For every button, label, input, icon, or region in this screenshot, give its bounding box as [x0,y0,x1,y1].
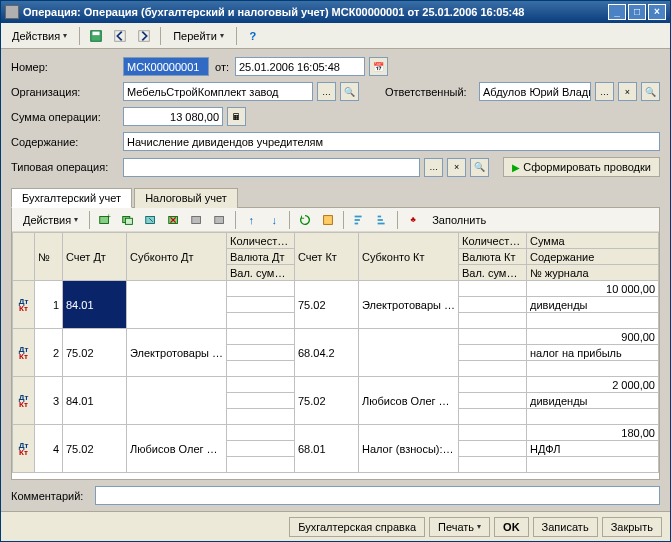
cell-valsum-dt[interactable] [227,457,295,473]
add-row-icon[interactable]: + [94,210,116,230]
cell-cur-dt[interactable] [227,297,295,313]
cell-n[interactable]: 3 [35,377,63,425]
col-journal[interactable]: № журнала [527,265,659,281]
col-cur-dt[interactable]: Валюта Дт [227,249,295,265]
sort-asc-icon[interactable] [348,210,370,230]
cell-valsum-kt[interactable] [459,313,527,329]
cell-journal[interactable] [527,361,659,377]
cell-sub-kt[interactable]: Налог (взносы): … [359,425,459,473]
sum-input[interactable]: 13 080,00 [123,107,223,126]
cell-qty-kt[interactable] [459,329,527,345]
actions-menu[interactable]: Действия [5,26,74,46]
tab-tax[interactable]: Налоговый учет [134,188,238,208]
cell-sub-dt[interactable] [127,377,227,425]
cell-n[interactable]: 2 [35,329,63,377]
org-input[interactable]: МебельСтройКомплект завод [123,82,313,101]
cell-cur-kt[interactable] [459,345,527,361]
cell-cur-dt[interactable] [227,345,295,361]
cell-valsum-dt[interactable] [227,409,295,425]
fill-icon[interactable]: ♣ [402,210,424,230]
move-down-icon[interactable]: ↓ [263,210,285,230]
cell-cur-dt[interactable] [227,441,295,457]
cell-sub-dt[interactable] [127,281,227,329]
cell-acct-kt[interactable]: 68.01 [295,425,359,473]
calc-icon[interactable]: 🖩 [227,107,246,126]
cell-acct-dt[interactable]: 75.02 [63,329,127,377]
cell-sub-kt[interactable] [359,329,459,377]
org-open-icon[interactable]: 🔍 [340,82,359,101]
cell-n[interactable]: 1 [35,281,63,329]
save-button[interactable]: Записать [533,517,598,537]
col-icon[interactable] [13,233,35,281]
cell-acct-kt[interactable]: 75.02 [295,377,359,425]
cell-qty-kt[interactable] [459,425,527,441]
help-icon[interactable]: ? [242,26,264,46]
maximize-button[interactable]: □ [628,4,646,20]
resp-clear-icon[interactable]: × [618,82,637,101]
col-sum[interactable]: Сумма [527,233,659,249]
col-qty-dt[interactable]: Количест… [227,233,295,249]
resp-select-icon[interactable]: … [595,82,614,101]
content-input[interactable]: Начисление дивидендов учредителям [123,132,660,151]
sort-desc-icon[interactable] [371,210,393,230]
cell-valsum-dt[interactable] [227,361,295,377]
cell-sub-kt[interactable]: Электротовары … [359,281,459,329]
cell-acct-kt[interactable]: 75.02 [295,281,359,329]
cell-sum[interactable]: 10 000,00 [527,281,659,297]
nav-fwd-icon[interactable] [133,26,155,46]
grid-actions-menu[interactable]: Действия [16,210,85,230]
cell-valsum-kt[interactable] [459,457,527,473]
ok-button[interactable]: OK [494,517,529,537]
col-valsum-dt[interactable]: Вал. сумм… [227,265,295,281]
table-row[interactable]: ДтКт275.02Электротовары …68.04.2900,00 [13,329,659,345]
cell-journal[interactable] [527,313,659,329]
move-up-icon[interactable]: ↑ [240,210,262,230]
entries-grid[interactable]: № Счет Дт Субконто Дт Количест… Счет Кт … [12,232,659,479]
cell-valsum-dt[interactable] [227,313,295,329]
col-n[interactable]: № [35,233,63,281]
typical-select-icon[interactable]: … [424,158,443,177]
cell-journal[interactable] [527,457,659,473]
nav-back-icon[interactable] [109,26,131,46]
print-button[interactable]: Печать [429,517,490,537]
add-copy-icon[interactable] [117,210,139,230]
col-soder[interactable]: Содержание [527,249,659,265]
tab-accounting[interactable]: Бухгалтерский учет [11,188,132,208]
cell-cur-kt[interactable] [459,441,527,457]
cell-cur-kt[interactable] [459,297,527,313]
col-valsum-kt[interactable]: Вал. сумм… [459,265,527,281]
calendar-icon[interactable]: 📅 [369,57,388,76]
cell-sum[interactable]: 180,00 [527,425,659,441]
comment-input[interactable] [95,486,660,505]
typical-input[interactable] [123,158,420,177]
close-button[interactable]: × [648,4,666,20]
typical-clear-icon[interactable]: × [447,158,466,177]
col-sub-kt[interactable]: Субконто Кт [359,233,459,281]
fill-button[interactable]: Заполнить [425,210,493,230]
save-icon[interactable] [85,26,107,46]
date-input[interactable]: 25.01.2006 16:05:48 [235,57,365,76]
delete-row-icon[interactable] [163,210,185,230]
move-start-icon[interactable] [209,210,231,230]
table-row[interactable]: ДтКт475.02Любисов Олег м…68.01Налог (взн… [13,425,659,441]
goto-menu[interactable]: Перейти [166,26,231,46]
cell-valsum-kt[interactable] [459,361,527,377]
cell-acct-dt[interactable]: 84.01 [63,377,127,425]
edit-row-icon[interactable] [140,210,162,230]
org-select-icon[interactable]: … [317,82,336,101]
col-cur-kt[interactable]: Валюта Кт [459,249,527,265]
cell-acct-dt[interactable]: 75.02 [63,425,127,473]
close-footer-button[interactable]: Закрыть [602,517,662,537]
cell-cur-dt[interactable] [227,393,295,409]
resp-open-icon[interactable]: 🔍 [641,82,660,101]
cell-soder[interactable]: дивиденды [527,297,659,313]
cell-qty-dt[interactable] [227,329,295,345]
cell-qty-dt[interactable] [227,425,295,441]
col-acct-dt[interactable]: Счет Дт [63,233,127,281]
cell-qty-dt[interactable] [227,281,295,297]
move-end-icon[interactable] [186,210,208,230]
cell-sub-dt[interactable]: Любисов Олег м… [127,425,227,473]
table-row[interactable]: ДтКт184.0175.02Электротовары …10 000,00 [13,281,659,297]
refresh-icon[interactable] [294,210,316,230]
number-input[interactable]: МСК00000001 [123,57,209,76]
